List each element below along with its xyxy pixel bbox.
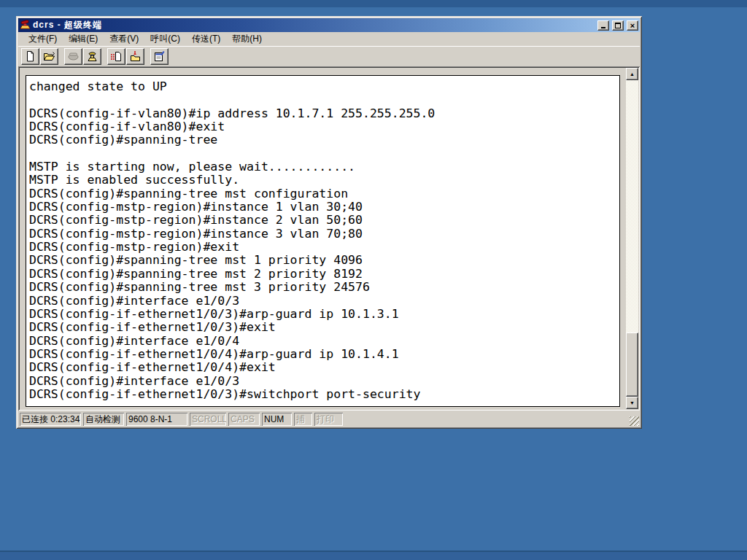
terminal-line: DCRS(config-if-ethernet1/0/3)#switchport… xyxy=(29,388,616,401)
desktop-top-strip xyxy=(0,0,747,7)
new-document-icon xyxy=(24,50,36,63)
terminal-line: changed state to UP xyxy=(29,80,616,93)
disconnect-phone-icon xyxy=(86,50,98,63)
call-button[interactable] xyxy=(64,48,82,65)
terminal-line: DCRS(config-if-ethernet1/0/4)#exit xyxy=(29,361,616,374)
status-scroll: SCROLL xyxy=(190,413,226,426)
close-button[interactable]: × xyxy=(627,20,638,31)
statusbar: 已连接 0:23:34 自动检测 9600 8-N-1 SCROLL CAPS … xyxy=(18,411,640,427)
terminal-line: DCRS(config-mstp-region)#instance 1 vlan… xyxy=(29,201,616,214)
menu-file[interactable]: 文件(F) xyxy=(23,31,63,47)
scroll-up-button[interactable]: ▲ xyxy=(626,68,638,80)
minimize-icon xyxy=(601,27,605,28)
scrollbar-thumb[interactable] xyxy=(626,332,638,397)
menu-edit[interactable]: 编辑(E) xyxy=(63,31,104,47)
terminal-line: MSTP is starting now, please wait.......… xyxy=(29,160,616,174)
properties-icon xyxy=(153,50,166,63)
desktop-bottom-strip xyxy=(0,551,747,560)
terminal-line: DCRS(config)#interface e1/0/3 xyxy=(29,375,616,388)
terminal-line: DCRS(config-mstp-region)#instance 3 vlan… xyxy=(29,228,616,241)
disconnect-button[interactable] xyxy=(83,48,101,65)
status-baud: 9600 8-N-1 xyxy=(126,413,187,426)
receive-button[interactable] xyxy=(126,48,144,65)
maximize-icon xyxy=(615,23,621,28)
resize-grip[interactable] xyxy=(630,416,639,426)
arrow-down-icon: ▼ xyxy=(630,400,635,405)
status-print-echo: 打印 xyxy=(314,413,343,426)
menu-help[interactable]: 帮助(H) xyxy=(226,31,268,47)
menu-view[interactable]: 查看(V) xyxy=(104,31,144,47)
scroll-down-button[interactable]: ▼ xyxy=(626,397,638,409)
terminal-line: DCRS(config)#spanning-tree mst 1 priorit… xyxy=(29,254,616,267)
terminal-client-area: changed state to UP DCRS(config-if-vlan8… xyxy=(18,66,640,411)
terminal-line: DCRS(config-mstp-region)#instance 2 vlan… xyxy=(29,214,616,227)
status-caps: CAPS xyxy=(228,413,260,426)
terminal-line: DCRS(config-if-vlan80)#ip address 10.1.7… xyxy=(29,107,616,120)
properties-button[interactable] xyxy=(150,48,169,65)
desktop: dcrs - 超级终端 × 文件(F) 编辑(E) 查看(V) 呼叫(C) 传送… xyxy=(0,0,747,560)
menu-transfer[interactable]: 传送(T) xyxy=(186,31,226,47)
terminal-line: DCRS(config-if-ethernet1/0/3)#exit xyxy=(29,321,616,334)
hyperterminal-window: dcrs - 超级终端 × 文件(F) 编辑(E) 查看(V) 呼叫(C) 传送… xyxy=(16,16,642,429)
terminal-line: DCRS(config)#interface e1/0/4 xyxy=(29,335,616,348)
close-icon: × xyxy=(630,22,635,29)
scrollbar-track[interactable] xyxy=(626,80,638,397)
terminal-line: DCRS(config)#interface e1/0/3 xyxy=(29,295,616,308)
terminal-line: DCRS(config)#spanning-tree mst configura… xyxy=(29,187,616,201)
terminal-line: DCRS(config-mstp-region)#exit xyxy=(29,241,616,254)
terminal-line: DCRS(config)#spanning-tree mst 2 priorit… xyxy=(29,268,616,281)
terminal-line: DCRS(config-if-ethernet1/0/3)#arp-guard … xyxy=(29,308,616,321)
send-file-icon xyxy=(110,50,123,63)
toolbar xyxy=(18,46,640,66)
arrow-up-icon: ▲ xyxy=(630,71,635,77)
terminal-line: DCRS(config)#spanning-tree xyxy=(29,133,616,147)
new-button[interactable] xyxy=(21,48,39,65)
terminal-screen[interactable]: changed state to UP DCRS(config-if-vlan8… xyxy=(26,75,620,407)
send-button[interactable] xyxy=(107,48,125,65)
terminal-line: DCRS(config-if-vlan80)#exit xyxy=(29,120,616,133)
terminal-line: DCRS(config)#spanning-tree mst 3 priorit… xyxy=(29,281,616,294)
status-autodetect: 自动检测 xyxy=(83,413,124,426)
terminal-line xyxy=(29,147,616,160)
receive-file-icon xyxy=(129,50,142,63)
open-button[interactable] xyxy=(40,48,58,65)
minimize-button[interactable] xyxy=(597,20,609,31)
hyperterminal-icon xyxy=(20,20,31,31)
terminal-line xyxy=(29,93,616,106)
status-capture: 捕 xyxy=(294,413,312,426)
titlebar[interactable]: dcrs - 超级终端 × xyxy=(18,18,640,32)
terminal-scrollbar[interactable]: ▲ ▼ xyxy=(626,68,638,409)
maximize-button[interactable] xyxy=(612,20,624,31)
menu-call[interactable]: 呼叫(C) xyxy=(144,31,186,47)
status-num: NUM xyxy=(262,413,292,426)
menubar: 文件(F) 编辑(E) 查看(V) 呼叫(C) 传送(T) 帮助(H) xyxy=(18,32,640,46)
terminal-line: DCRS(config-if-ethernet1/0/4)#arp-guard … xyxy=(29,348,616,361)
status-connected: 已连接 0:23:34 xyxy=(20,413,81,426)
open-folder-icon xyxy=(43,50,55,63)
call-phone-icon xyxy=(67,50,80,63)
window-title: dcrs - 超级终端 xyxy=(33,19,595,31)
terminal-line: MSTP is enabled successfully. xyxy=(29,174,616,187)
